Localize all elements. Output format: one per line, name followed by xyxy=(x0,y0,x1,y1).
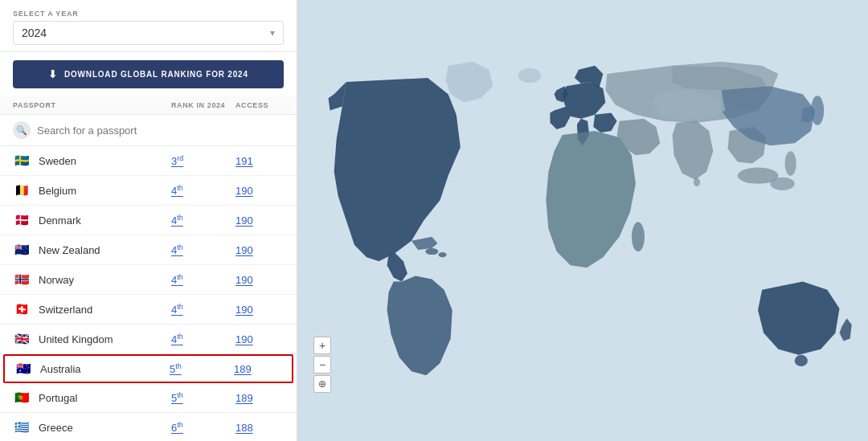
svg-point-1 xyxy=(425,248,438,255)
access-value: 189 xyxy=(235,392,284,404)
col-rank-header: RANK IN 2024 xyxy=(171,101,235,109)
chevron-down-icon: ▾ xyxy=(270,27,275,39)
access-value: 190 xyxy=(235,333,284,345)
flag-icon: 🇬🇧 xyxy=(13,330,31,348)
rank-value: 4th xyxy=(171,214,235,227)
download-button[interactable]: ⬇ DOWNLOAD GLOBAL RANKING FOR 2024 xyxy=(13,60,284,88)
country-name: Portugal xyxy=(39,392,171,404)
country-name: Australia xyxy=(40,363,170,375)
svg-point-2 xyxy=(438,252,446,257)
map-controls: + − ⊕ xyxy=(313,337,331,393)
country-name: Switzerland xyxy=(39,304,171,316)
table-header: PASSPORT RANK IN 2024 ACCESS xyxy=(0,96,297,115)
flag-icon: 🇸🇪 xyxy=(13,152,31,169)
flag-icon: 🇳🇴 xyxy=(13,271,31,288)
access-value: 190 xyxy=(235,214,284,227)
access-value: 191 xyxy=(235,155,284,167)
access-value: 188 xyxy=(235,422,284,434)
search-input[interactable] xyxy=(37,125,284,137)
search-icon: 🔍 xyxy=(13,121,31,139)
country-name: United Kingdom xyxy=(39,333,171,345)
download-label: DOWNLOAD GLOBAL RANKING FOR 2024 xyxy=(64,70,248,79)
globe-view-button[interactable]: ⊕ xyxy=(313,375,331,393)
flag-icon: 🇬🇷 xyxy=(13,419,31,436)
year-value: 2024 xyxy=(22,27,47,39)
table-row[interactable]: 🇳🇿 New Zealand 4th 190 xyxy=(0,235,297,265)
zoom-out-button[interactable]: − xyxy=(313,356,331,374)
flag-icon: 🇳🇿 xyxy=(13,241,31,259)
table-row[interactable]: 🇬🇧 United Kingdom 4th 190 xyxy=(0,325,297,354)
access-value: 190 xyxy=(235,244,284,256)
access-value: 190 xyxy=(235,185,284,197)
rank-value: 6th xyxy=(171,421,235,434)
country-name: Greece xyxy=(39,422,171,434)
rank-value: 5th xyxy=(170,362,234,375)
table-row[interactable]: 🇸🇪 Sweden 3rd 191 xyxy=(0,146,297,176)
table-row[interactable]: 🇩🇰 Denmark 4th 190 xyxy=(0,206,297,235)
passport-list[interactable]: 🇸🇪 Sweden 3rd 191 🇧🇪 Belgium 4th 190 🇩🇰 … xyxy=(0,146,297,441)
zoom-in-button[interactable]: + xyxy=(313,337,331,354)
flag-icon: 🇧🇪 xyxy=(13,182,31,199)
rank-value: 5th xyxy=(171,391,235,404)
rank-value: 4th xyxy=(171,333,235,345)
flag-icon: 🇩🇰 xyxy=(13,211,31,229)
country-name: Sweden xyxy=(39,155,171,167)
flag-icon: 🇨🇭 xyxy=(13,300,31,318)
flag-icon: 🇵🇹 xyxy=(13,389,31,406)
svg-point-7 xyxy=(795,355,808,366)
search-row: 🔍 xyxy=(0,115,297,146)
country-name: New Zealand xyxy=(39,244,171,256)
country-name: Belgium xyxy=(39,185,171,197)
access-value: 190 xyxy=(235,274,284,286)
col-access-header: ACCESS xyxy=(235,101,284,109)
svg-point-3 xyxy=(632,223,645,252)
table-row[interactable]: 🇬🇷 Greece 6th 188 xyxy=(0,413,297,441)
table-row[interactable]: 🇧🇪 Belgium 4th 190 xyxy=(0,176,297,206)
rank-value: 4th xyxy=(171,273,235,286)
access-value: 189 xyxy=(234,363,282,375)
download-icon: ⬇ xyxy=(48,68,58,80)
table-row[interactable]: 🇵🇹 Portugal 5th 189 xyxy=(0,383,297,413)
left-panel: SELECT A YEAR 2024 ▾ ⬇ DOWNLOAD GLOBAL R… xyxy=(0,0,297,441)
world-map xyxy=(297,0,868,441)
flag-icon: 🇦🇺 xyxy=(14,360,32,378)
table-row[interactable]: 🇦🇺 Australia 5th 189 xyxy=(3,354,293,383)
svg-point-9 xyxy=(785,151,796,175)
rank-value: 4th xyxy=(171,184,235,197)
svg-point-8 xyxy=(518,68,541,83)
rank-value: 4th xyxy=(171,243,235,256)
access-value: 190 xyxy=(235,304,284,316)
rank-value: 4th xyxy=(171,303,235,316)
country-name: Denmark xyxy=(39,214,171,227)
map-panel: + − ⊕ xyxy=(297,0,868,441)
year-label: SELECT A YEAR xyxy=(13,10,284,18)
rank-value: 3rd xyxy=(171,154,235,167)
country-name: Norway xyxy=(39,274,171,286)
svg-point-10 xyxy=(694,178,700,186)
year-section: SELECT A YEAR 2024 ▾ xyxy=(0,0,297,52)
svg-point-5 xyxy=(770,178,794,190)
col-passport-header: PASSPORT xyxy=(13,101,171,109)
table-row[interactable]: 🇨🇭 Switzerland 4th 190 xyxy=(0,295,297,325)
year-select[interactable]: 2024 ▾ xyxy=(13,21,284,45)
table-row[interactable]: 🇳🇴 Norway 4th 190 xyxy=(0,265,297,295)
